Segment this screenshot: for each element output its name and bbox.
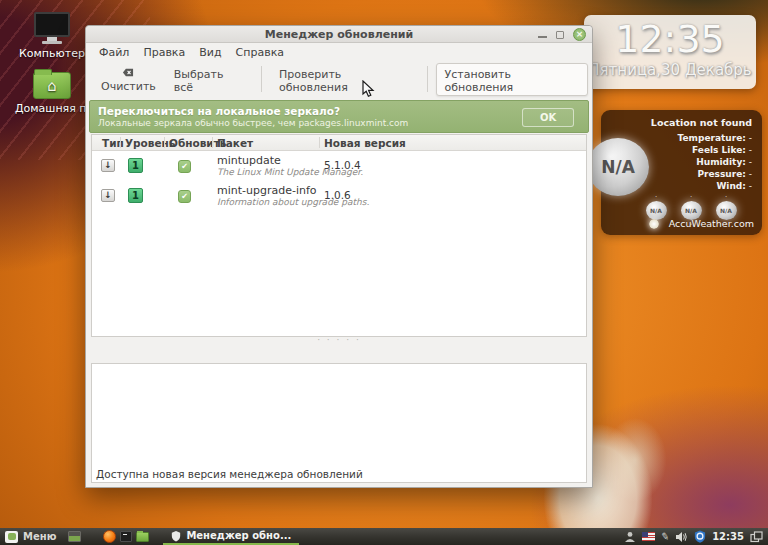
show-desktop-button[interactable]	[68, 531, 81, 542]
menu-edit[interactable]: Правка	[136, 44, 192, 61]
weather-credit: AccuWeather.com	[669, 218, 754, 229]
select-all-button[interactable]: Выбрать всё	[165, 63, 253, 96]
install-updates-button[interactable]: Установить обновления	[436, 63, 588, 96]
toolbar-separator	[427, 66, 428, 92]
weather-footer: AccuWeather.com	[601, 218, 754, 229]
tray-clock[interactable]: 12:35	[712, 531, 744, 542]
desktop-icon-home[interactable]: ⌂ Домашняя папка	[15, 68, 89, 115]
minimize-button[interactable]	[538, 36, 547, 38]
weather-metric: Pressure: -	[678, 168, 752, 180]
update-checkbox[interactable]: ✔	[178, 160, 191, 173]
taskbar-window-button[interactable]: Менеджер обно...	[163, 528, 299, 545]
taskbar: Меню Менеджер обно... ✎	[0, 528, 768, 545]
status-text: Доступна новая версия менеджера обновлен…	[96, 468, 363, 480]
weather-metrics: Temperature: - Feels Like: - Humidity: -…	[678, 132, 752, 192]
home-folder-icon: ⌂	[33, 72, 71, 99]
clock-time: 12:35	[584, 17, 756, 61]
desktop-icon-computer[interactable]: Компьютер	[15, 12, 89, 60]
package-version: 1.0.6	[324, 189, 351, 201]
pane-splitter-handle[interactable]: · · · · ·	[86, 338, 592, 343]
system-tray: ✎ 12:35	[624, 530, 768, 543]
tab-bar: Описание Журнал изменений	[86, 344, 592, 364]
weather-metric: Humidity: -	[678, 156, 752, 168]
terminal-launcher-icon[interactable]	[120, 531, 132, 542]
weather-metric: Feels Like: -	[678, 144, 752, 156]
mouse-cursor	[362, 80, 376, 98]
update-shield-tray-icon[interactable]	[694, 530, 706, 543]
col-version[interactable]: Новая версия	[324, 137, 406, 149]
titlebar[interactable]: Менеджер обновлений ×	[86, 26, 592, 43]
clear-button[interactable]: Очистить	[92, 63, 165, 96]
firefox-launcher-icon[interactable]	[103, 530, 116, 543]
weather-location-status: Location not found	[651, 117, 752, 128]
menu-view[interactable]: Вид	[192, 44, 228, 61]
update-checkbox[interactable]: ✔	[178, 190, 191, 203]
weather-desklet[interactable]: Location not found Temperature: - Feels …	[601, 110, 762, 235]
package-name: mintupdate	[217, 154, 281, 167]
mint-menu-icon	[5, 531, 18, 543]
download-type-icon: ↓	[101, 189, 115, 202]
col-level[interactable]: Уровень	[125, 137, 176, 149]
weather-metric: Temperature: -	[678, 132, 752, 144]
update-row-mintupdate[interactable]: ↓ 1 ✔ mintupdate The Linux Mint Update M…	[92, 151, 586, 181]
menu-button[interactable]: Меню	[0, 528, 64, 545]
window-list-icon[interactable]	[750, 531, 763, 543]
menu-file[interactable]: Файл	[92, 44, 136, 61]
desktop: Компьютер ⌂ Домашняя папка 12:35 Пятница…	[0, 0, 768, 545]
weather-current-icon: N/A	[587, 138, 649, 196]
files-launcher-icon[interactable]	[136, 532, 149, 542]
toolbar: Очистить Выбрать всё Проверить обновлени…	[86, 61, 592, 99]
col-package[interactable]: Пакет	[217, 137, 253, 149]
sun-icon	[649, 219, 659, 229]
download-type-icon: ↓	[101, 159, 115, 172]
clock-desklet[interactable]: 12:35 Пятница,30 Декабрь	[584, 15, 756, 89]
volume-icon[interactable]	[675, 531, 688, 543]
clear-icon	[121, 67, 135, 78]
stylus-pen-icon[interactable]: ✎	[660, 530, 670, 542]
close-button[interactable]: ×	[573, 28, 586, 41]
desktop-icon-label: Компьютер	[15, 47, 89, 60]
maximize-button[interactable]	[556, 31, 564, 39]
window-title: Менеджер обновлений	[265, 28, 413, 41]
computer-icon	[15, 12, 89, 44]
update-row-mint-upgrade-info[interactable]: ↓ 1 ✔ mint-upgrade-info Information abou…	[92, 181, 586, 211]
refresh-button[interactable]: Проверить обновления	[270, 63, 418, 96]
level-badge: 1	[128, 158, 143, 173]
infobar-title: Переключиться на локальное зеркало?	[98, 105, 580, 117]
ok-button[interactable]: OK	[522, 108, 574, 127]
keyboard-layout-flag-icon[interactable]	[642, 532, 655, 541]
desktop-icon-label: Домашняя папка	[15, 102, 89, 115]
shield-icon	[171, 530, 181, 542]
package-version: 5.1.0.4	[324, 159, 361, 171]
package-name: mint-upgrade-info	[217, 184, 317, 197]
mirror-infobar: Переключиться на локальное зеркало? Лока…	[89, 100, 589, 133]
quick-launchers	[103, 530, 149, 543]
updates-list: Тип Уровень Обновить Пакет Новая версия …	[91, 134, 587, 337]
clock-date: Пятница,30 Декабрь	[584, 61, 756, 79]
statusbar: Доступна новая версия менеджера обновлен…	[86, 461, 592, 487]
menu-help[interactable]: Справка	[229, 44, 291, 61]
weather-metric: Wind: -	[678, 180, 752, 192]
update-manager-window: Менеджер обновлений × Файл Правка Вид Сп…	[85, 25, 593, 488]
level-badge: 1	[128, 188, 143, 203]
list-header: Тип Уровень Обновить Пакет Новая версия	[92, 135, 586, 151]
toolbar-separator	[261, 66, 262, 92]
infobar-subtitle: Локальные зеркала обычно быстрее, чем pa…	[98, 118, 580, 128]
user-session-icon[interactable]	[624, 531, 636, 543]
menubar: Файл Правка Вид Справка	[86, 43, 592, 61]
